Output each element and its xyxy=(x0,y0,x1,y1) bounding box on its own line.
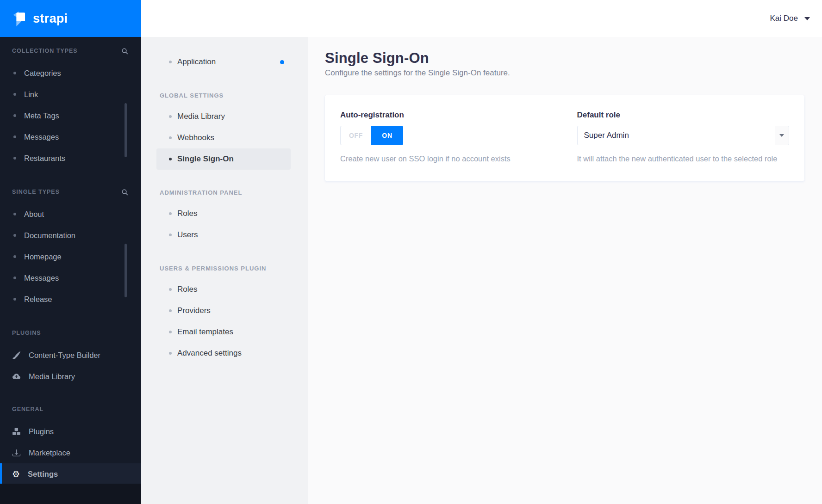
section-header-general: GENERAL xyxy=(0,404,141,415)
toggle-on-button[interactable]: ON xyxy=(371,126,403,145)
sidebar-item-settings[interactable]: ⚙ Settings xyxy=(0,463,141,485)
gear-icon: ⚙ xyxy=(12,470,20,479)
strapi-logo[interactable]: strapi xyxy=(0,0,141,37)
bullet-icon xyxy=(13,234,16,237)
sidebar-item-media-library[interactable]: Media Library xyxy=(0,366,141,387)
download-icon xyxy=(12,449,21,457)
sidebar-item-messages-single[interactable]: Messages xyxy=(0,267,141,289)
auto-registration-helper: Create new user on SSO login if no accou… xyxy=(340,154,553,163)
bullet-icon xyxy=(13,93,16,96)
sidebar-item-plugins[interactable]: Plugins xyxy=(0,421,141,442)
section-label: COLLECTION TYPES xyxy=(12,48,78,54)
settings-sub-nav: Application GLOBAL SETTINGS Media Librar… xyxy=(141,37,308,504)
settings-item-media-library[interactable]: Media Library xyxy=(141,106,308,127)
bullet-icon xyxy=(169,115,172,118)
user-menu[interactable]: Kai Doe xyxy=(770,14,810,23)
settings-group-header: USERS & PERMISSIONS PLUGIN xyxy=(141,263,308,274)
sidebar-item-about[interactable]: About xyxy=(0,203,141,225)
bullet-icon xyxy=(169,212,172,215)
section-header-plugins: PLUGINS xyxy=(0,327,141,338)
section-label: SINGLE TYPES xyxy=(12,189,60,195)
select-caret-zone xyxy=(775,126,789,145)
sidebar-nav: COLLECTION TYPES Categories Link Meta Ta… xyxy=(0,37,141,485)
brand-name: strapi xyxy=(33,12,68,26)
default-role-label: Default role xyxy=(577,111,790,120)
top-bar: Kai Doe xyxy=(141,0,822,37)
bullet-icon xyxy=(13,72,16,74)
settings-group-admin-panel: ADMINISTRATION PANEL Roles Users xyxy=(141,187,308,246)
collection-types-list: Categories Link Meta Tags Messages Resta… xyxy=(0,62,141,169)
sidebar-footer xyxy=(0,484,141,504)
collection-types-scrollbar[interactable] xyxy=(125,103,127,157)
settings-item-admin-users[interactable]: Users xyxy=(141,224,308,246)
bullet-icon xyxy=(13,277,16,279)
auto-registration-field: Auto-registration OFF ON Create new user… xyxy=(340,111,553,163)
settings-item-advanced-settings[interactable]: Advanced settings xyxy=(141,343,308,364)
cubes-icon xyxy=(12,428,21,436)
settings-group-header: GLOBAL SETTINGS xyxy=(141,90,308,101)
bullet-icon xyxy=(13,255,16,258)
section-label: GENERAL xyxy=(12,406,44,412)
bullet-icon xyxy=(169,309,172,312)
single-types-list: About Documentation Homepage Messages Re… xyxy=(0,203,141,310)
chevron-down-icon xyxy=(779,134,784,137)
paintbrush-icon xyxy=(12,351,21,359)
main-sidebar: strapi COLLECTION TYPES Categories Link … xyxy=(0,0,141,504)
settings-item-application[interactable]: Application xyxy=(141,51,308,73)
section-header-collection-types: COLLECTION TYPES xyxy=(0,45,141,56)
bullet-icon xyxy=(13,213,16,215)
auto-registration-toggle: OFF ON xyxy=(340,126,403,145)
page-title: Single Sign-On xyxy=(325,50,804,67)
settings-item-providers[interactable]: Providers xyxy=(141,300,308,321)
main-content: Single Sign-On Configure the settings fo… xyxy=(308,37,822,504)
settings-item-admin-roles[interactable]: Roles xyxy=(141,203,308,224)
bullet-icon xyxy=(13,114,16,117)
sidebar-item-documentation[interactable]: Documentation xyxy=(0,225,141,246)
sidebar-item-restaurants[interactable]: Restaurants xyxy=(0,148,141,169)
bullet-icon xyxy=(13,298,16,301)
sidebar-item-homepage[interactable]: Homepage xyxy=(0,246,141,267)
general-list: Plugins Marketplace ⚙ Settings xyxy=(0,421,141,485)
sidebar-item-release[interactable]: Release xyxy=(0,289,141,310)
sidebar-item-content-type-builder[interactable]: Content-Type Builder xyxy=(0,344,141,366)
settings-group-application: Application xyxy=(141,51,308,73)
settings-item-webhooks[interactable]: Webhooks xyxy=(141,127,308,148)
default-role-select[interactable]: Super Admin xyxy=(577,126,790,145)
bullet-icon xyxy=(169,158,172,160)
sidebar-item-meta-tags[interactable]: Meta Tags xyxy=(0,105,141,126)
bullet-icon xyxy=(13,157,16,160)
settings-group-global: GLOBAL SETTINGS Media Library Webhooks S… xyxy=(141,90,308,170)
settings-item-single-sign-on[interactable]: Single Sign-On xyxy=(156,148,291,170)
bullet-icon xyxy=(169,331,172,333)
settings-item-email-templates[interactable]: Email templates xyxy=(141,321,308,343)
strapi-logo-icon xyxy=(12,10,28,27)
notification-dot xyxy=(280,60,284,64)
default-role-field: Default role Super Admin It will attach … xyxy=(577,111,790,163)
sidebar-item-marketplace[interactable]: Marketplace xyxy=(0,442,141,463)
sidebar-item-messages[interactable]: Messages xyxy=(0,126,141,148)
settings-group-header: ADMINISTRATION PANEL xyxy=(141,187,308,198)
bullet-icon xyxy=(169,61,172,63)
chevron-down-icon xyxy=(804,17,810,20)
search-icon[interactable] xyxy=(121,189,128,196)
plugins-list: Content-Type Builder Media Library xyxy=(0,344,141,387)
settings-item-up-roles[interactable]: Roles xyxy=(141,279,308,300)
bullet-icon xyxy=(169,136,172,139)
toggle-off-button[interactable]: OFF xyxy=(340,126,371,145)
sidebar-item-link[interactable]: Link xyxy=(0,84,141,105)
section-label: PLUGINS xyxy=(12,330,41,336)
single-types-scrollbar[interactable] xyxy=(125,244,127,297)
cloud-upload-icon xyxy=(12,373,21,381)
page-subtitle: Configure the settings for the Single Si… xyxy=(325,68,804,78)
sso-settings-card: Auto-registration OFF ON Create new user… xyxy=(325,95,804,181)
user-name: Kai Doe xyxy=(770,14,798,23)
default-role-value: Super Admin xyxy=(578,131,629,140)
auto-registration-label: Auto-registration xyxy=(340,111,553,120)
search-icon[interactable] xyxy=(121,48,128,55)
bullet-icon xyxy=(169,352,172,355)
sidebar-item-categories[interactable]: Categories xyxy=(0,62,141,84)
bullet-icon xyxy=(169,234,172,236)
settings-group-users-permissions: USERS & PERMISSIONS PLUGIN Roles Provide… xyxy=(141,263,308,364)
bullet-icon xyxy=(13,135,16,138)
section-header-single-types: SINGLE TYPES xyxy=(0,186,141,197)
